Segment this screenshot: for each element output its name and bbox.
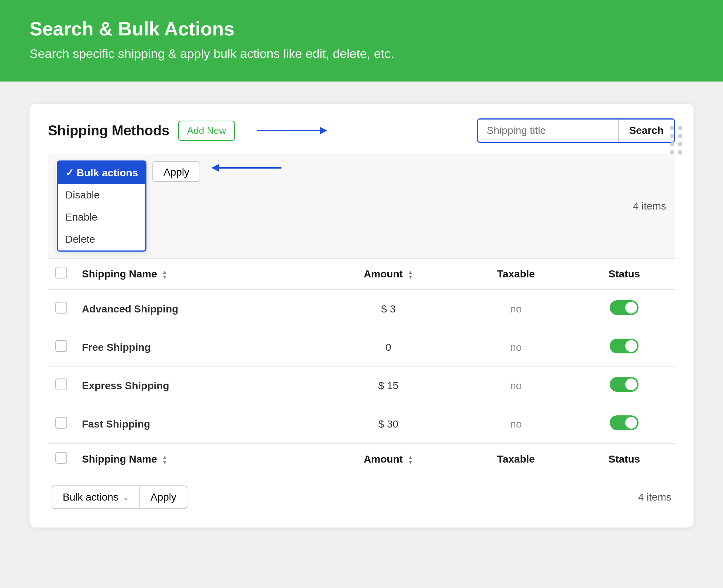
- row-status-cell: [574, 328, 675, 367]
- dots-decoration: [670, 126, 682, 155]
- amount-col-header: Amount: [318, 259, 459, 290]
- bulk-actions-container: ✓ Bulk actions Disable Enable Delete App…: [57, 160, 281, 252]
- row-status-toggle[interactable]: [610, 377, 639, 392]
- row-amount: $ 3: [381, 303, 395, 315]
- table-header-row: Shipping Name Amount Taxable Status: [48, 259, 675, 290]
- status-col-header: Status: [574, 259, 675, 290]
- footer-taxable-col: Taxable: [459, 443, 574, 474]
- row-status-toggle[interactable]: [610, 339, 639, 353]
- dot: [678, 150, 682, 155]
- row-name: Advanced Shipping: [82, 303, 178, 315]
- dot: [670, 142, 674, 146]
- search-input[interactable]: [478, 120, 618, 142]
- chevron-down-icon: ⌄: [123, 493, 129, 502]
- row-status-toggle[interactable]: [610, 415, 639, 430]
- search-arrow: [257, 123, 331, 138]
- row-taxable: no: [510, 380, 522, 391]
- row-taxable-cell: no: [459, 290, 574, 328]
- footer-name-sort-icon[interactable]: [162, 454, 167, 465]
- row-checkbox[interactable]: [55, 340, 67, 352]
- row-checkbox[interactable]: [55, 302, 67, 314]
- row-amount: $ 30: [378, 418, 399, 430]
- row-name-cell: Express Shipping: [75, 367, 318, 405]
- footer-name-col: Shipping Name: [75, 443, 318, 474]
- add-new-button[interactable]: Add New: [178, 121, 235, 141]
- name-col-header: Shipping Name: [75, 259, 318, 290]
- page-subtitle: Search specific shipping & apply bulk ac…: [30, 46, 693, 61]
- bulk-apply-button[interactable]: Apply: [152, 161, 200, 182]
- row-amount-cell: $ 3: [318, 290, 459, 328]
- shipping-table: Shipping Name Amount Taxable Status: [48, 259, 675, 474]
- bulk-actions-selected[interactable]: ✓ Bulk actions: [58, 162, 145, 184]
- footer-status-col: Status: [574, 443, 675, 474]
- page-header: Search & Bulk Actions Search specific sh…: [0, 0, 723, 82]
- bottom-items-count: 4 items: [638, 491, 671, 503]
- bottom-apply-button[interactable]: Apply: [140, 485, 187, 509]
- shipping-methods-card: Shipping Methods Add New Search ✓ Bulk a…: [30, 104, 693, 528]
- row-taxable: no: [510, 418, 522, 430]
- items-count: 4 items: [633, 200, 666, 212]
- row-status-cell: [574, 405, 675, 444]
- bottom-bulk-actions-button[interactable]: Bulk actions ⌄: [52, 485, 140, 509]
- bulk-option-delete[interactable]: Delete: [58, 228, 145, 250]
- row-status-toggle[interactable]: [610, 300, 639, 315]
- row-name: Fast Shipping: [82, 418, 150, 430]
- dot: [678, 142, 682, 146]
- row-taxable-cell: no: [459, 405, 574, 444]
- main-content: Shipping Methods Add New Search ✓ Bulk a…: [0, 82, 723, 588]
- toggle-knob: [625, 378, 637, 390]
- row-taxable: no: [510, 303, 522, 315]
- svg-marker-3: [211, 164, 219, 172]
- search-button[interactable]: Search: [618, 120, 674, 142]
- name-sort-icon[interactable]: [162, 269, 167, 280]
- dot: [670, 134, 674, 138]
- row-taxable-cell: no: [459, 367, 574, 405]
- row-checkbox[interactable]: [55, 378, 67, 390]
- taxable-col-header: Taxable: [459, 259, 574, 290]
- bulk-option-enable[interactable]: Enable: [58, 206, 145, 228]
- bottom-bulk-actions-group: Bulk actions ⌄ Apply: [52, 485, 187, 509]
- row-checkbox-cell: [48, 367, 75, 405]
- row-status-cell: [574, 290, 675, 328]
- row-amount: 0: [385, 342, 391, 353]
- select-all-checkbox[interactable]: [55, 267, 67, 279]
- table-row: Advanced Shipping $ 3 no: [48, 290, 675, 328]
- toggle-knob: [625, 417, 637, 429]
- table-row: Free Shipping 0 no: [48, 328, 675, 367]
- bulk-actions-dropdown[interactable]: ✓ Bulk actions Disable Enable Delete: [57, 160, 146, 252]
- dot: [678, 134, 682, 138]
- dot: [670, 126, 674, 130]
- row-checkbox-cell: [48, 290, 75, 328]
- svg-marker-1: [320, 127, 327, 134]
- row-amount-cell: $ 15: [318, 367, 459, 405]
- dot: [678, 126, 682, 130]
- bottom-toolbar: Bulk actions ⌄ Apply 4 items: [48, 485, 675, 509]
- table-footer-row: Shipping Name Amount Taxable Status: [48, 443, 675, 474]
- footer-amount-sort-icon[interactable]: [408, 454, 413, 465]
- row-name-cell: Fast Shipping: [75, 405, 318, 444]
- row-name: Free Shipping: [82, 342, 151, 353]
- footer-select-all-checkbox[interactable]: [55, 452, 67, 464]
- toolbar-row: ✓ Bulk actions Disable Enable Delete App…: [48, 154, 675, 259]
- amount-sort-icon[interactable]: [408, 269, 413, 280]
- bulk-option-disable[interactable]: Disable: [58, 184, 145, 206]
- row-name-cell: Advanced Shipping: [75, 290, 318, 328]
- row-checkbox-cell: [48, 405, 75, 444]
- row-name-cell: Free Shipping: [75, 328, 318, 367]
- row-taxable-cell: no: [459, 328, 574, 367]
- bulk-arrow: [208, 160, 281, 175]
- row-name: Express Shipping: [82, 380, 169, 391]
- row-amount: $ 15: [378, 380, 399, 391]
- page-title: Search & Bulk Actions: [30, 18, 693, 40]
- row-amount-cell: 0: [318, 328, 459, 367]
- row-taxable: no: [510, 342, 522, 353]
- checkbox-col-header: [48, 259, 75, 290]
- row-checkbox-cell: [48, 328, 75, 367]
- row-checkbox[interactable]: [55, 417, 67, 429]
- footer-amount-col: Amount: [318, 443, 459, 474]
- table-row: Fast Shipping $ 30 no: [48, 405, 675, 444]
- card-header-row: Shipping Methods Add New Search: [48, 118, 675, 143]
- toggle-knob: [625, 302, 637, 314]
- row-status-cell: [574, 367, 675, 405]
- table-row: Express Shipping $ 15 no: [48, 367, 675, 405]
